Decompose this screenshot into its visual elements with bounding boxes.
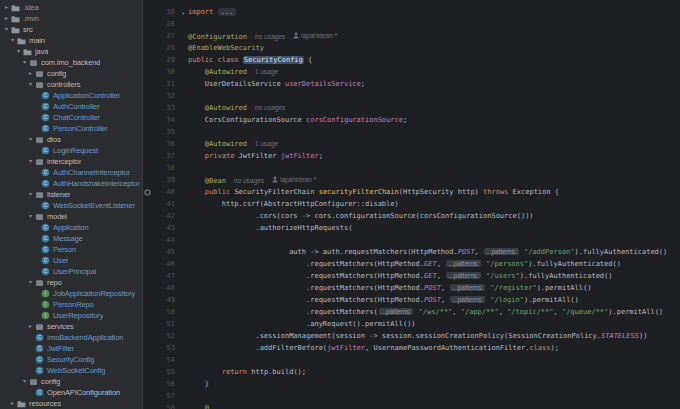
tree-item[interactable]: CLoginRequest [0, 145, 142, 156]
line-number[interactable]: 34 [152, 116, 179, 124]
code-line[interactable]: 37 private JwtFilter jwtFilter; [143, 150, 680, 162]
code-line[interactable]: 43 .authorizeHttpRequests( [143, 222, 680, 234]
code-line[interactable]: 26 [143, 18, 680, 30]
project-tree-panel[interactable]: ▸.idea▸.mvn▾src▾main▾java▾com.imo_backen… [0, 0, 143, 409]
bean-gutter-icon[interactable] [143, 189, 152, 196]
line-number[interactable]: 50 [152, 308, 179, 316]
line-number[interactable]: 27 [152, 32, 179, 40]
code-line[interactable]: 46 .requestMatchers(HttpMethod.GET, ...p… [143, 258, 680, 270]
line-number[interactable]: 48 [152, 284, 179, 292]
tree-item[interactable]: CSecurityConfig [0, 354, 142, 365]
tree-item[interactable]: COpenAPIConfiguration [0, 387, 142, 398]
code-line[interactable]: 31 UserDetailsService userDetailsService… [143, 78, 680, 90]
tree-item[interactable]: ▾listener [0, 189, 142, 200]
line-number[interactable]: 47 [152, 272, 179, 280]
line-number[interactable]: 57 [152, 392, 179, 400]
line-number[interactable]: 51 [152, 320, 179, 328]
line-number[interactable]: 52 [152, 332, 179, 340]
line-number[interactable]: 53 [152, 344, 179, 352]
line-number[interactable]: 29 [152, 56, 179, 64]
tree-item[interactable]: CPersonController [0, 123, 142, 134]
tree-item[interactable]: CImoBackendApplication [0, 332, 142, 343]
code-line[interactable]: 48 .requestMatchers(HttpMethod.POST, ...… [143, 282, 680, 294]
code-line[interactable]: 58 @ [143, 402, 680, 409]
tree-item[interactable]: CMessage [0, 233, 142, 244]
tree-item[interactable]: CApplicationController [0, 90, 142, 101]
chevron-down-icon[interactable]: ▾ [27, 277, 34, 288]
chevron-right-icon[interactable]: ▸ [3, 2, 10, 13]
code-line[interactable]: 45 auth -> auth.requestMatchers(HttpMeth… [143, 246, 680, 258]
line-number[interactable]: 45 [152, 248, 179, 256]
line-number[interactable]: 40 [152, 188, 179, 196]
tree-item[interactable]: CAuthController [0, 101, 142, 112]
chevron-right-icon[interactable]: ▸ [27, 68, 34, 79]
line-number[interactable]: 38 [152, 164, 179, 172]
line-number[interactable]: 56 [152, 380, 179, 388]
fold-indicator-icon[interactable]: ▸ [179, 9, 188, 16]
tree-item[interactable]: ▸services [0, 321, 142, 332]
line-number[interactable]: 37 [152, 152, 179, 160]
chevron-down-icon[interactable]: ▾ [9, 35, 16, 46]
code-line[interactable]: 39 @Beanno usageslapahidean * [143, 174, 680, 186]
tree-item[interactable]: ▸.mvn [0, 13, 142, 24]
tree-item[interactable]: CAuthHandshakeInterceptor [0, 178, 142, 189]
tree-item[interactable]: CUser [0, 255, 142, 266]
tree-item[interactable]: CChatController [0, 112, 142, 123]
tree-item[interactable]: CJwtFilter [0, 343, 142, 354]
code-line[interactable]: 30 @Autowired1 usage [143, 66, 680, 78]
code-line[interactable]: 29public class SecurityConfig { [143, 54, 680, 66]
line-number[interactable]: 44 [152, 236, 179, 244]
code-line[interactable]: 49 .requestMatchers(HttpMethod.POST, ...… [143, 294, 680, 306]
chevron-down-icon[interactable]: ▾ [27, 189, 34, 200]
code-line[interactable]: 50 .requestMatchers(...patterns: "/ws/**… [143, 306, 680, 318]
tree-item[interactable]: ▾com.imo_backend [0, 57, 142, 68]
code-line[interactable]: 33 @Autowiredno usages [143, 102, 680, 114]
line-number[interactable]: 46 [152, 260, 179, 268]
line-number[interactable]: 31 [152, 80, 179, 88]
tree-item[interactable]: IJobApplicationRepository [0, 288, 142, 299]
tree-item[interactable]: ▾src [0, 24, 142, 35]
tree-item[interactable]: CAuthChannelInterceptor [0, 167, 142, 178]
chevron-down-icon[interactable]: ▾ [21, 57, 28, 68]
code-line[interactable]: 54 [143, 354, 680, 366]
line-number[interactable]: 32 [152, 92, 179, 100]
tree-item[interactable]: ▾main [0, 35, 142, 46]
code-line[interactable]: 40 public SecurityFilterChain securityFi… [143, 186, 680, 198]
code-line[interactable]: 42 .cors(cors -> cors.configurationSourc… [143, 210, 680, 222]
line-number[interactable]: 42 [152, 212, 179, 220]
tree-item[interactable]: CWebSocketEventListener [0, 200, 142, 211]
line-number[interactable]: 43 [152, 224, 179, 232]
line-number[interactable]: 54 [152, 356, 179, 364]
code-line[interactable]: 56 } [143, 378, 680, 390]
code-line[interactable]: 51 .anyRequest().permitAll()) [143, 318, 680, 330]
code-line[interactable]: 27@Configurationno usageslapahidean * [143, 30, 680, 42]
line-number[interactable]: 30 [152, 68, 179, 76]
chevron-right-icon[interactable]: ▸ [3, 13, 10, 24]
tree-item[interactable]: CWebSocketConfig [0, 365, 142, 376]
editor-pane[interactable]: 16▸import ...2627@Configurationno usages… [143, 0, 680, 409]
code-line[interactable]: 36 @Autowired1 usage [143, 138, 680, 150]
tree-item[interactable]: IPersonRepo [0, 299, 142, 310]
chevron-down-icon[interactable]: ▾ [27, 79, 34, 90]
line-number[interactable]: 16 [152, 8, 179, 16]
chevron-down-icon[interactable]: ▾ [27, 134, 34, 145]
line-number[interactable]: 49 [152, 296, 179, 304]
code-line[interactable]: 41 http.csrf(AbstractHttpConfigurer::dis… [143, 198, 680, 210]
code-line[interactable]: 16▸import ... [143, 6, 680, 18]
tree-item[interactable]: ▾dtos [0, 134, 142, 145]
line-number[interactable]: 55 [152, 368, 179, 376]
tree-item[interactable]: IUserRepository [0, 310, 142, 321]
code-line[interactable]: 44 [143, 234, 680, 246]
line-number[interactable]: 28 [152, 44, 179, 52]
chevron-down-icon[interactable]: ▾ [15, 46, 22, 57]
chevron-right-icon[interactable]: ▸ [27, 321, 34, 332]
tree-item[interactable]: CApplication [0, 222, 142, 233]
tree-item[interactable]: ▾interceptor [0, 156, 142, 167]
code-line[interactable]: 53 .addFilterBefore(jwtFilter, UsernameP… [143, 342, 680, 354]
tree-item[interactable]: ▾config [0, 376, 142, 387]
line-number[interactable]: 36 [152, 140, 179, 148]
line-number[interactable]: 58 [152, 404, 179, 409]
chevron-down-icon[interactable]: ▾ [27, 211, 34, 222]
code-line[interactable]: 32 [143, 90, 680, 102]
chevron-down-icon[interactable]: ▾ [21, 376, 28, 387]
